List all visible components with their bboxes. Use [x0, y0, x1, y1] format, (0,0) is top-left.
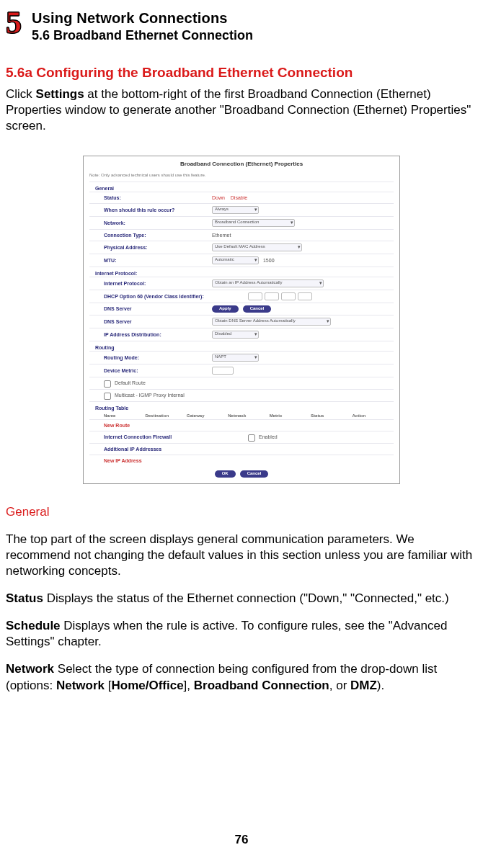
fig-section-ip: Internet Protocol: [89, 267, 394, 277]
network-opt-2: Home/Office [111, 679, 183, 692]
network-opt-3: Broadband Connection [194, 679, 329, 692]
fig-mtu-label: MTU: [89, 257, 212, 264]
fig-ipdist-label: IP Address Distribution: [89, 331, 212, 338]
fig-section-general: General [89, 182, 394, 192]
fig-metric-label: Device Metric: [89, 367, 212, 374]
schedule-term: Schedule [6, 619, 61, 632]
fig-schedule-select: Always [212, 206, 259, 214]
fig-bottom-buttons: OK Cancel [89, 466, 394, 478]
fig-rmode-select: NAPT [212, 354, 259, 362]
chapter-number: 5 [6, 9, 22, 37]
fig-dns-mode-label: DNS Server [89, 318, 212, 325]
fig-status-value: Down [212, 194, 225, 201]
fig-ok-button: OK [215, 470, 236, 478]
fig-schedule-label: When should this rule occur? [89, 207, 212, 213]
network-opt-1: Network [56, 679, 105, 692]
fig-section-rtable: Routing Table [89, 401, 394, 411]
fig-mtu-select: Automatic [212, 256, 259, 264]
fig-addip-label: Additional IP Addresses [89, 446, 248, 452]
fig-disable-link: Disable [231, 194, 247, 201]
fig-dns-select: Obtain DNS Server Address Automatically [212, 318, 331, 326]
fig-note: Note: Only advanced technical users shou… [89, 173, 394, 179]
schedule-paragraph: Schedule Displays when the rule is activ… [6, 618, 477, 650]
properties-screenshot: Broadband Connection (Ethernet) Properti… [83, 156, 400, 483]
fig-icf-value: Enabled [259, 434, 278, 440]
fig-mcast: Multicast - IGMP Proxy Internal [115, 392, 185, 398]
network-opt-4: DMZ [350, 679, 377, 692]
status-term: Status [6, 591, 43, 605]
network-desc-3: ], [184, 679, 194, 692]
general-subheading: General [6, 504, 477, 520]
fig-window-title: Broadband Connection (Ethernet) Properti… [89, 161, 394, 168]
fig-icf-label: Internet Connection Firewall [89, 434, 248, 440]
fig-droute: Default Route [115, 380, 146, 386]
fig-newip-link: New IP Address [89, 457, 212, 464]
network-desc-4: , or [329, 679, 350, 692]
fig-newroute-link: New Route [89, 422, 212, 429]
section-heading: 5.6a Configuring the Broadband Ethernet … [6, 64, 477, 82]
page-header: 5 Using Network Connections 5.6 Broadban… [6, 7, 477, 44]
network-desc-5: ). [377, 679, 384, 692]
fig-mtu-value: 1500 [263, 257, 275, 264]
fig-status-label: Status: [89, 194, 212, 201]
page-number: 76 [0, 832, 483, 848]
fig-btn: Apply [212, 305, 239, 313]
schedule-desc: Displays when the rule is active. To con… [6, 619, 447, 648]
fig-section-routing: Routing [89, 341, 394, 351]
fig-dhcp-label: DHCP Option 60 (Vendor Class Identifier)… [89, 293, 248, 300]
fig-phys-select: Use Default MAC Address [212, 243, 302, 251]
status-paragraph: Status Displays the status of the Ethern… [6, 591, 477, 607]
network-paragraph: Network Select the type of connection be… [6, 661, 477, 693]
fig-network-label: Network: [89, 220, 212, 226]
status-desc: Displays the status of the Ethernet conn… [43, 591, 449, 605]
chapter-title: Using Network Connections [32, 9, 253, 27]
fig-conntype-value: Ethernet [212, 232, 394, 238]
fig-phys-label: Physical Address: [89, 244, 212, 251]
fig-btn: Cancel [243, 305, 272, 313]
fig-cancel-button: Cancel [240, 470, 269, 478]
fig-ipdist-select: Disabled [212, 331, 259, 339]
intro-paragraph: Click Settings at the bottom-right of th… [6, 86, 477, 134]
fig-ip-label: Internet Protocol: [89, 280, 212, 287]
fig-network-select: Broadband Connection [212, 219, 295, 227]
network-term: Network [6, 662, 54, 676]
fig-rmode-label: Routing Mode: [89, 354, 212, 361]
general-paragraph: The top part of the screen displays gene… [6, 532, 477, 579]
fig-ip-select: Obtain an IP Address Automatically [212, 279, 324, 287]
intro-text: Click [6, 87, 36, 101]
chapter-subsection: 5.6 Broadband Ethernet Connection [32, 27, 253, 44]
settings-keyword: Settings [36, 87, 84, 101]
fig-dns-label: DNS Server [89, 305, 212, 312]
fig-rtable-header: NameDestinationGatewayNetmaskMetricStatu… [89, 411, 394, 419]
fig-conntype-label: Connection Type: [89, 232, 212, 238]
figure-container: Broadband Connection (Ethernet) Properti… [6, 156, 477, 483]
